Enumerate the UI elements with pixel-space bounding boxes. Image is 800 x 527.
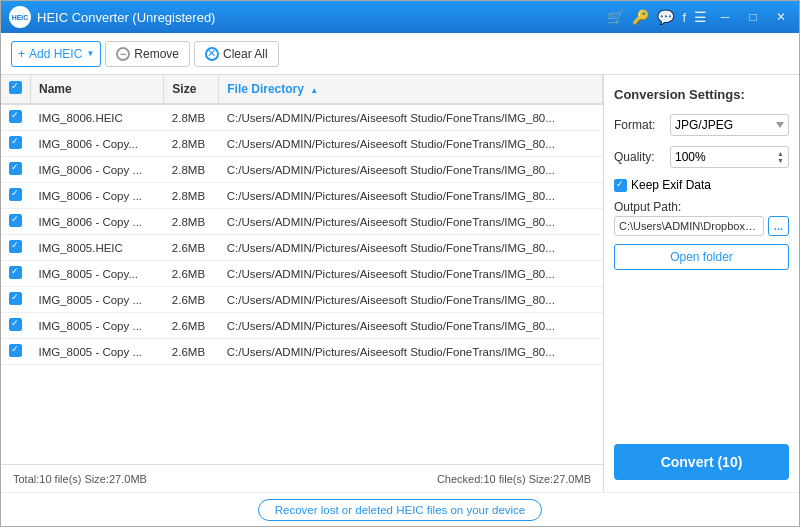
browse-button[interactable]: ... bbox=[768, 216, 789, 236]
table-row[interactable]: IMG_8005 - Copy...2.6MBC:/Users/ADMIN/Pi… bbox=[1, 261, 603, 287]
row-checkbox-cell bbox=[1, 104, 31, 131]
format-select[interactable]: JPG/JPEG bbox=[670, 114, 789, 136]
file-table: Name Size File Directory ▲ IMG_8 bbox=[1, 75, 603, 365]
row-checkbox[interactable] bbox=[9, 292, 22, 305]
header-directory[interactable]: File Directory ▲ bbox=[219, 75, 603, 104]
sort-arrow-icon: ▲ bbox=[310, 86, 318, 95]
row-checkbox-cell bbox=[1, 313, 31, 339]
app-logo: HEIC bbox=[9, 6, 31, 28]
row-checkbox[interactable] bbox=[9, 110, 22, 123]
quality-label: Quality: bbox=[614, 150, 664, 164]
select-all-checkbox[interactable] bbox=[9, 81, 22, 94]
row-checkbox[interactable] bbox=[9, 188, 22, 201]
add-icon: + bbox=[18, 47, 25, 61]
format-label: Format: bbox=[614, 118, 664, 132]
clear-label: Clear All bbox=[223, 47, 268, 61]
row-name: IMG_8006 - Copy ... bbox=[31, 157, 164, 183]
row-checkbox[interactable] bbox=[9, 318, 22, 331]
output-path-input[interactable]: C:\Users\ADMIN\Dropbox\PC\ bbox=[614, 216, 764, 236]
row-size: 2.8MB bbox=[164, 104, 219, 131]
row-size: 2.8MB bbox=[164, 209, 219, 235]
row-path: C:/Users/ADMIN/Pictures/Aiseesoft Studio… bbox=[219, 339, 603, 365]
row-path: C:/Users/ADMIN/Pictures/Aiseesoft Studio… bbox=[219, 183, 603, 209]
clear-all-button[interactable]: ✕ Clear All bbox=[194, 41, 279, 67]
row-checkbox[interactable] bbox=[9, 266, 22, 279]
row-name: IMG_8005 - Copy ... bbox=[31, 313, 164, 339]
clear-icon: ✕ bbox=[205, 47, 219, 61]
row-checkbox[interactable] bbox=[9, 136, 22, 149]
toolbar: + Add HEIC ▼ − Remove ✕ Clear All bbox=[1, 33, 799, 75]
menu-icon[interactable]: ☰ bbox=[694, 9, 707, 25]
keep-exif-checkbox[interactable] bbox=[614, 179, 627, 192]
quality-up-arrow[interactable]: ▲ bbox=[777, 150, 784, 157]
open-folder-button[interactable]: Open folder bbox=[614, 244, 789, 270]
table-row[interactable]: IMG_8005.HEIC2.6MBC:/Users/ADMIN/Picture… bbox=[1, 235, 603, 261]
row-path: C:/Users/ADMIN/Pictures/Aiseesoft Studio… bbox=[219, 104, 603, 131]
main-window: HEIC HEIC Converter (Unregistered) 🛒 🔑 💬… bbox=[0, 0, 800, 527]
row-path: C:/Users/ADMIN/Pictures/Aiseesoft Studio… bbox=[219, 261, 603, 287]
facebook-icon[interactable]: f bbox=[682, 10, 686, 25]
row-name: IMG_8005 - Copy ... bbox=[31, 287, 164, 313]
add-heic-button[interactable]: + Add HEIC ▼ bbox=[11, 41, 101, 67]
remove-label: Remove bbox=[134, 47, 179, 61]
row-checkbox-cell bbox=[1, 157, 31, 183]
quality-arrows[interactable]: ▲ ▼ bbox=[777, 150, 784, 164]
row-name: IMG_8006 - Copy... bbox=[31, 131, 164, 157]
row-checkbox[interactable] bbox=[9, 240, 22, 253]
row-name: IMG_8005.HEIC bbox=[31, 235, 164, 261]
total-status: Total:10 file(s) Size:27.0MB bbox=[13, 473, 147, 485]
add-heic-label: Add HEIC bbox=[29, 47, 82, 61]
close-btn[interactable]: ✕ bbox=[771, 7, 791, 27]
row-checkbox[interactable] bbox=[9, 344, 22, 357]
table-row[interactable]: IMG_8006 - Copy ...2.8MBC:/Users/ADMIN/P… bbox=[1, 209, 603, 235]
row-checkbox[interactable] bbox=[9, 162, 22, 175]
main-content: Name Size File Directory ▲ IMG_8 bbox=[1, 75, 799, 492]
row-name: IMG_8006 - Copy ... bbox=[31, 209, 164, 235]
row-checkbox-cell bbox=[1, 235, 31, 261]
table-row[interactable]: IMG_8005 - Copy ...2.6MBC:/Users/ADMIN/P… bbox=[1, 313, 603, 339]
file-table-body: IMG_8006.HEIC2.8MBC:/Users/ADMIN/Picture… bbox=[1, 104, 603, 365]
remove-button[interactable]: − Remove bbox=[105, 41, 190, 67]
row-name: IMG_8005 - Copy... bbox=[31, 261, 164, 287]
row-name: IMG_8006.HEIC bbox=[31, 104, 164, 131]
row-checkbox[interactable] bbox=[9, 214, 22, 227]
minimize-btn[interactable]: ─ bbox=[715, 7, 735, 27]
right-panel: Conversion Settings: Format: JPG/JPEG Qu… bbox=[604, 75, 799, 492]
key-icon[interactable]: 🔑 bbox=[632, 9, 649, 25]
output-path-label: Output Path: bbox=[614, 200, 789, 214]
quality-row: Quality: 100% ▲ ▼ bbox=[614, 146, 789, 168]
table-row[interactable]: IMG_8006 - Copy ...2.8MBC:/Users/ADMIN/P… bbox=[1, 183, 603, 209]
row-name: IMG_8006 - Copy ... bbox=[31, 183, 164, 209]
table-row[interactable]: IMG_8005 - Copy ...2.6MBC:/Users/ADMIN/P… bbox=[1, 287, 603, 313]
table-row[interactable]: IMG_8006 - Copy ...2.8MBC:/Users/ADMIN/P… bbox=[1, 157, 603, 183]
window-controls: 🛒 🔑 💬 f ☰ ─ □ ✕ bbox=[607, 7, 791, 27]
quality-down-arrow[interactable]: ▼ bbox=[777, 157, 784, 164]
format-row: Format: JPG/JPEG bbox=[614, 114, 789, 136]
row-checkbox-cell bbox=[1, 209, 31, 235]
title-bar: HEIC HEIC Converter (Unregistered) 🛒 🔑 💬… bbox=[1, 1, 799, 33]
chat-icon[interactable]: 💬 bbox=[657, 9, 674, 25]
remove-icon: − bbox=[116, 47, 130, 61]
table-row[interactable]: IMG_8006 - Copy...2.8MBC:/Users/ADMIN/Pi… bbox=[1, 131, 603, 157]
file-list-scroll[interactable]: Name Size File Directory ▲ IMG_8 bbox=[1, 75, 603, 464]
quality-value: 100% bbox=[675, 150, 706, 164]
header-size[interactable]: Size bbox=[164, 75, 219, 104]
recover-bar: Recover lost or deleted HEIC files on yo… bbox=[1, 492, 799, 526]
keep-exif-label: Keep Exif Data bbox=[631, 178, 711, 192]
row-checkbox-cell bbox=[1, 131, 31, 157]
table-row[interactable]: IMG_8006.HEIC2.8MBC:/Users/ADMIN/Picture… bbox=[1, 104, 603, 131]
row-checkbox-cell bbox=[1, 339, 31, 365]
table-row[interactable]: IMG_8005 - Copy ...2.6MBC:/Users/ADMIN/P… bbox=[1, 339, 603, 365]
recover-button[interactable]: Recover lost or deleted HEIC files on yo… bbox=[258, 499, 543, 521]
maximize-btn[interactable]: □ bbox=[743, 7, 763, 27]
header-name[interactable]: Name bbox=[31, 75, 164, 104]
convert-button[interactable]: Convert (10) bbox=[614, 444, 789, 480]
row-path: C:/Users/ADMIN/Pictures/Aiseesoft Studio… bbox=[219, 157, 603, 183]
cart-icon[interactable]: 🛒 bbox=[607, 9, 624, 25]
row-size: 2.6MB bbox=[164, 339, 219, 365]
status-bar: Total:10 file(s) Size:27.0MB Checked:10 … bbox=[1, 464, 603, 492]
row-path: C:/Users/ADMIN/Pictures/Aiseesoft Studio… bbox=[219, 287, 603, 313]
row-size: 2.6MB bbox=[164, 261, 219, 287]
row-checkbox-cell bbox=[1, 261, 31, 287]
row-path: C:/Users/ADMIN/Pictures/Aiseesoft Studio… bbox=[219, 313, 603, 339]
